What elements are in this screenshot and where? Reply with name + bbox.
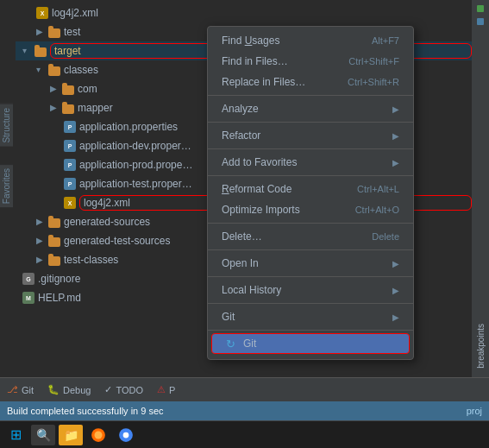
tree-item-label: log4j2.xml: [52, 7, 472, 19]
chevron-down-icon: [36, 65, 47, 75]
left-tabs: Structure Favorites: [0, 104, 16, 207]
bottom-bar-debug[interactable]: 🐛 Debug: [47, 384, 91, 395]
menu-item-shortcut: Alt+F7: [372, 35, 399, 46]
xml-icon: X: [64, 197, 76, 209]
menu-separator: [208, 276, 413, 277]
bottom-bar: ⎇ Git 🐛 Debug ✓ TODO ⚠ P: [0, 377, 489, 401]
structure-tab[interactable]: Structure: [0, 104, 13, 147]
properties-icon: P: [64, 178, 76, 190]
status-message: Build completed successfully in 9 sec: [7, 406, 164, 416]
submenu-arrow-icon: ▶: [392, 286, 399, 295]
menu-item-analyze[interactable]: Analyze ▶: [208, 98, 413, 119]
md-icon: M: [22, 292, 34, 304]
menu-item-label: Analyze: [222, 103, 259, 115]
firefox-icon: [91, 427, 106, 443]
chevron-right-icon: [36, 27, 47, 37]
bottom-bar-problems[interactable]: ⚠ P: [157, 384, 175, 395]
bottom-bar-debug-label: Debug: [63, 385, 91, 395]
chevron-down-icon: [22, 46, 33, 56]
menu-item-label: Refactor: [222, 129, 260, 142]
menu-separator: [208, 175, 413, 176]
taskbar-firefox-btn[interactable]: [86, 425, 110, 445]
chevron-right-icon: [36, 236, 47, 246]
menu-item-label: Find Usages: [222, 35, 279, 47]
status-bar: Build completed successfully in 9 sec pr…: [0, 401, 489, 420]
bottom-bar-todo[interactable]: ✓ TODO: [104, 384, 143, 395]
folder-icon-classes: [48, 65, 60, 76]
chevron-right-icon: [50, 103, 60, 113]
menu-item-local-history[interactable]: Local History ▶: [208, 280, 413, 300]
debug-icon: 🐛: [47, 384, 60, 395]
svg-point-3: [123, 432, 129, 438]
chevron-right-icon: [36, 217, 47, 227]
folder-icon-test-classes: [48, 255, 60, 266]
menu-separator: [208, 303, 413, 304]
menu-item-shortcut: Ctrl+Alt+L: [357, 184, 399, 194]
menu-item-delete[interactable]: Delete… Delete: [208, 226, 413, 247]
menu-item-label: Local History: [222, 284, 281, 296]
menu-separator: [208, 95, 413, 96]
breakpoints-tab[interactable]: breakpoints: [476, 324, 486, 369]
folder-icon-mapper: [62, 103, 74, 114]
menu-separator: [208, 148, 413, 149]
menu-item-find-in-files[interactable]: Find in Files… Ctrl+Shift+F: [208, 51, 413, 72]
submenu-arrow-icon: ▶: [392, 312, 399, 322]
right-indicator-blue: [477, 18, 484, 25]
properties-icon: P: [64, 121, 76, 133]
tree-item-log4j2-xml-top[interactable]: X log4j2.xml: [16, 3, 472, 22]
menu-item-optimize-imports[interactable]: Optimize Imports Ctrl+Alt+O: [208, 199, 413, 220]
menu-item-find-usages[interactable]: Find Usages Alt+F7: [208, 30, 413, 51]
taskbar-search-btn[interactable]: 🔍: [31, 425, 55, 445]
folder-icon-com: [62, 84, 74, 95]
taskbar-files-btn[interactable]: 📁: [59, 425, 83, 445]
todo-icon: ✓: [104, 384, 112, 395]
menu-item-shortcut: Delete: [372, 231, 399, 242]
menu-item-shortcut: Ctrl+Shift+R: [348, 77, 399, 87]
menu-item-label: Git: [243, 338, 256, 350]
submenu-arrow-icon: ▶: [392, 131, 399, 141]
menu-item-replace-in-files[interactable]: Replace in Files… Ctrl+Shift+R: [208, 72, 413, 92]
right-indicator-green: [477, 5, 484, 12]
favorites-tab[interactable]: Favorites: [0, 164, 13, 207]
folder-icon-generated-sources: [48, 217, 60, 228]
menu-item-label: Open In: [222, 257, 259, 269]
app-container: Structure Favorites X log4j2.xml test: [0, 0, 489, 448]
menu-item-label: Replace in Files…: [222, 76, 305, 88]
menu-item-reload-from-disk[interactable]: ↻ Git: [211, 333, 410, 354]
right-sidebar: breakpoints: [472, 0, 489, 377]
gitignore-icon: G: [22, 273, 34, 285]
menu-separator: [208, 249, 413, 250]
menu-item-git[interactable]: Git ▶: [208, 306, 413, 327]
menu-item-add-to-favorites[interactable]: Add to Favorites ▶: [208, 152, 413, 173]
folder-icon-target: [34, 46, 47, 57]
chevron-right-icon: [50, 84, 60, 94]
menu-item-refactor[interactable]: Refactor ▶: [208, 125, 413, 146]
menu-item-reformat-code[interactable]: Reformat Code Ctrl+Alt+L: [208, 179, 413, 199]
context-menu: Find Usages Alt+F7 Find in Files… Ctrl+S…: [207, 26, 414, 360]
menu-item-shortcut: Ctrl+Shift+F: [348, 56, 399, 66]
menu-item-label: Add to Favorites: [222, 156, 297, 168]
warning-icon: ⚠: [157, 384, 166, 395]
submenu-arrow-icon: ▶: [392, 158, 399, 167]
taskbar-chrome-btn[interactable]: [114, 425, 138, 445]
bottom-bar-git-label: Git: [22, 385, 34, 395]
reload-icon: ↻: [226, 338, 238, 350]
menu-item-open-in[interactable]: Open In ▶: [208, 253, 413, 274]
properties-icon: P: [64, 140, 76, 152]
menu-item-label: Optimize Imports: [222, 204, 300, 216]
chrome-icon: [118, 427, 134, 443]
bottom-bar-git[interactable]: ⎇ Git: [7, 384, 34, 395]
menu-separator: [208, 330, 413, 331]
folder-icon-test: [48, 27, 60, 38]
submenu-arrow-icon: ▶: [392, 104, 399, 114]
menu-item-label: Find in Files…: [222, 55, 288, 67]
git-icon: ⎇: [7, 384, 18, 395]
reload-from-disk-content: ↻ Git: [226, 338, 256, 350]
menu-separator: [208, 122, 413, 123]
chevron-right-icon: [36, 255, 47, 265]
xml-icon: X: [36, 7, 48, 19]
taskbar: ⊞ 🔍 📁: [0, 420, 489, 448]
taskbar-windows-btn[interactable]: ⊞: [3, 425, 28, 445]
menu-item-label: Reformat Code: [222, 183, 292, 195]
menu-item-shortcut: Ctrl+Alt+O: [355, 205, 399, 215]
